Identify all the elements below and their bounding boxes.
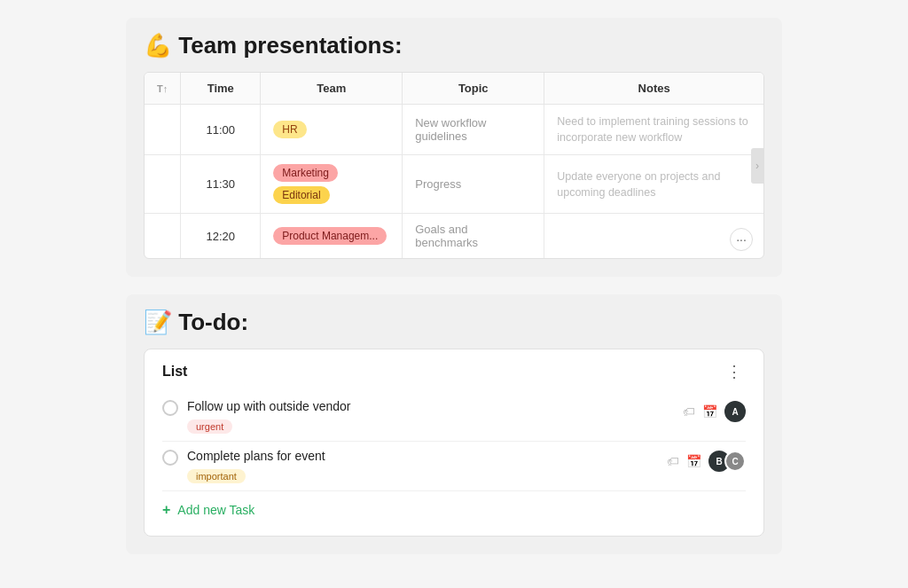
add-task-plus-icon: + [162, 502, 170, 518]
scroll-handle[interactable]: › [751, 148, 763, 184]
tag-icon-1[interactable]: 🏷 [683, 404, 695, 419]
team-tag-0: HR [273, 121, 306, 138]
td-time-0: 11:00 [181, 105, 261, 155]
task-avatar-1: A [724, 401, 746, 422]
th-time: Time [181, 73, 261, 105]
td-topic-1: Progress [403, 155, 544, 214]
td-team-2: Product Managem... [261, 214, 403, 259]
table-row-1: 11:30MarketingEditorialProgressUpdate ev… [145, 155, 763, 214]
th-topic: Topic [403, 73, 544, 105]
presentations-title: 💪 Team presentations: [144, 32, 764, 59]
avatar-initials-2a: B [716, 457, 722, 466]
task-checkbox-1[interactable] [162, 400, 178, 416]
scroll-chevron: › [755, 160, 759, 172]
team-tag-2: Product Managem... [273, 227, 387, 245]
presentations-table: T↑ Time Team Topic Notes [145, 73, 763, 258]
table-row-2: 12:20Product Managem...Goals and benchma… [145, 214, 763, 259]
todo-card: List ⋮ Follow up with outside vendor urg… [144, 349, 764, 537]
team-tag-1: Editorial [273, 186, 329, 204]
th-notes: Notes [544, 73, 763, 105]
task-content-2: Complete plans for event important [187, 449, 658, 483]
td-filter-1 [145, 155, 181, 214]
todo-card-header: List ⋮ [162, 364, 746, 380]
presentations-table-wrapper: T↑ Time Team Topic Notes [144, 72, 764, 259]
td-topic-0: New workflow guidelines [403, 105, 544, 155]
task-tag-2: important [187, 469, 246, 483]
team-tag-1: Marketing [273, 164, 338, 182]
task-avatars-2: B C [708, 451, 746, 472]
presentations-section: 💪 Team presentations: T↑ Time Team [126, 18, 782, 277]
task-actions-2: 🏷 📅 B C [667, 451, 746, 472]
task-content-1: Follow up with outside vendor urgent [187, 399, 674, 434]
tag-icon-2[interactable]: 🏷 [667, 454, 679, 468]
td-time-1: 11:30 [181, 155, 261, 214]
add-task-label: Add new Task [177, 503, 254, 517]
td-notes-0: Need to implement training sessions to i… [544, 105, 763, 155]
td-topic-2: Goals and benchmarks [403, 214, 544, 259]
todo-more-button[interactable]: ⋮ [723, 364, 746, 380]
task-avatar-2b: C [724, 451, 746, 472]
avatar-initials-1: A [732, 407, 738, 417]
todo-card-title: List [162, 364, 187, 380]
task-item-2: Complete plans for event important 🏷 📅 B… [162, 442, 746, 491]
todo-section: 📝 To-do: List ⋮ Follow up with outside v… [126, 294, 782, 554]
td-filter-0 [145, 105, 181, 155]
td-time-2: 12:20 [181, 214, 261, 259]
table-row-0: 11:00HRNew workflow guidelinesNeed to im… [145, 105, 763, 155]
th-filter[interactable]: T↑ [145, 73, 181, 105]
task-text-1: Follow up with outside vendor [187, 399, 674, 413]
filter-icon: T↑ [157, 83, 168, 94]
page-container: 💪 Team presentations: T↑ Time Team [126, 18, 782, 554]
task-actions-1: 🏷 📅 A [683, 401, 746, 422]
task-tag-1: urgent [187, 419, 232, 434]
task-text-2: Complete plans for event [187, 449, 658, 463]
calendar-icon-2[interactable]: 📅 [686, 454, 701, 468]
td-notes-1: Update everyone on projects and upcoming… [544, 155, 763, 214]
td-team-1: MarketingEditorial [261, 155, 403, 214]
todo-title-text: 📝 To-do: [144, 309, 248, 336]
todo-title: 📝 To-do: [144, 309, 764, 336]
calendar-icon-1[interactable]: 📅 [702, 404, 717, 419]
presentations-title-text: 💪 Team presentations: [144, 32, 403, 59]
th-team: Team [261, 73, 403, 105]
add-task-row[interactable]: + Add new Task [162, 491, 746, 518]
task-checkbox-2[interactable] [162, 450, 178, 466]
td-team-0: HR [261, 105, 403, 155]
td-filter-2 [145, 214, 181, 259]
task-item-1: Follow up with outside vendor urgent 🏷 📅… [162, 392, 746, 442]
ellipsis-icon: ··· [736, 232, 747, 247]
avatar-initials-2b: C [732, 457, 738, 466]
